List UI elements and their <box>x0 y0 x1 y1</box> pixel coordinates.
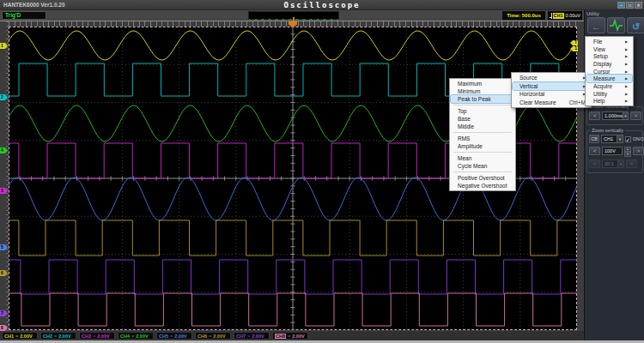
submenu-arrow-icon: ▶ <box>625 92 628 96</box>
submenu-arrow-icon: ▶ <box>625 69 628 74</box>
probe-value: 20:1 <box>603 161 617 166</box>
channel-readout-ch7[interactable]: CH7=2.00V <box>234 332 270 340</box>
volts-decrease-button[interactable]: < <box>589 147 600 155</box>
menu-item-setup[interactable]: Setup▶ <box>586 52 632 60</box>
window-controls: – □ ✕ <box>617 2 642 9</box>
timebase-increase-button[interactable]: > <box>630 111 641 120</box>
close-button[interactable]: ✕ <box>635 2 642 9</box>
submenu-arrow-icon: ▶ <box>625 47 628 51</box>
menu-item-mean[interactable]: Mean <box>451 154 514 162</box>
menu-item-display[interactable]: Display▶ <box>586 60 632 68</box>
probe-increase-button: > <box>626 159 637 168</box>
probe-decrease-button: < <box>589 159 600 168</box>
trigger-status-badge: Trig'D <box>2 11 46 20</box>
volts-increase-button[interactable]: > <box>633 147 644 155</box>
back-arrow-icon: ← <box>592 21 601 32</box>
maximize-button[interactable]: □ <box>626 2 634 9</box>
menu-item-view[interactable]: View▶ <box>586 45 632 53</box>
toolbar: Trig'D Time: 500.0us CH1 0.00uV <box>0 10 644 21</box>
channel-name: CH8 <box>275 334 286 339</box>
undo-arrow-icon: ↺ <box>632 21 640 32</box>
menu-item-top[interactable]: Top <box>451 107 514 115</box>
channel-select-combo[interactable]: CH1 ▼ <box>601 135 623 143</box>
menu-item-cursor[interactable]: Cursor▶ <box>586 68 632 75</box>
coupling-icon: = <box>15 334 18 339</box>
channel-name: CH1 <box>4 334 14 339</box>
channel-scale-value: 2.00V <box>292 334 304 339</box>
channel-name: CH5 <box>159 334 168 339</box>
back-arrow-button[interactable]: ← <box>587 17 605 33</box>
left-scale-strip <box>0 21 9 331</box>
menu-item-file[interactable]: File▶ <box>586 38 632 45</box>
trigger-readout: CH1 0.00uV <box>548 11 582 20</box>
submenu-arrow-icon: ▶ <box>625 76 628 81</box>
sidebar-toolbar: ← ↺ <box>587 17 644 33</box>
submenu-arrow-icon: ▶ <box>625 99 628 103</box>
channel-name: CH2 <box>43 334 52 339</box>
menu-item-clear-measure[interactable]: Clear MeasureCtrl+M <box>513 99 590 107</box>
submenu-arrow-icon: ▶ <box>625 84 628 88</box>
volts-value: 100V <box>603 148 622 153</box>
menu-item-middle[interactable]: Middle <box>451 123 514 130</box>
cal-button[interactable]: CB <box>589 135 599 143</box>
channel-readout-ch1[interactable]: CH1=2.00V <box>2 332 38 340</box>
menu-item-cycle-mean[interactable]: Cycle Mean <box>451 162 514 170</box>
menu-item-help[interactable]: Help▶ <box>586 98 632 105</box>
volts-spinner[interactable]: 100V <box>602 147 623 155</box>
channel-readout-ch4[interactable]: CH4=2.00V <box>118 332 154 340</box>
menu-item-vertical[interactable]: Vertical▶ <box>513 82 590 91</box>
undo-button[interactable]: ↺ <box>627 17 644 33</box>
menu-separator <box>453 172 512 172</box>
channel-readout-ch6[interactable]: CH6=2.00V <box>195 332 231 340</box>
menu-item-rms[interactable]: RMS <box>451 135 514 142</box>
app-title: Oscilloscope <box>0 1 644 9</box>
channel-scale-value: 2.00V <box>20 334 32 339</box>
menu-item-source[interactable]: Source▶ <box>513 74 590 82</box>
menu-item-utility[interactable]: Utility▶ <box>586 90 632 98</box>
menu-item-acquire[interactable]: Acquire▶ <box>586 82 632 90</box>
timebase-decrease-button[interactable]: < <box>589 111 600 120</box>
menu-separator <box>453 105 512 105</box>
timebase-combo[interactable]: 1.000ms ▼ <box>602 111 629 120</box>
coupling-icon: = <box>247 334 250 339</box>
channel-scale-value: 2.00V <box>58 334 70 339</box>
coupling-icon: = <box>288 334 290 339</box>
trigger-source-badge: CH1 <box>553 13 564 19</box>
trigger-level-readout: 0.00uV <box>566 13 580 18</box>
channel-name: CH3 <box>82 334 91 339</box>
measure-type-submenu: MaximumMinimumPeak to PeakTopBaseMiddleR… <box>449 78 516 191</box>
menu-item-base[interactable]: Base <box>451 115 514 123</box>
coupling-icon: = <box>54 334 57 339</box>
probe-combo: 20:1 ▼ <box>602 159 624 168</box>
channel-readout-ch8[interactable]: CH8=2.00V <box>272 332 308 340</box>
channel-select-value: CH1 <box>602 136 617 141</box>
waveform-preview[interactable] <box>248 11 339 20</box>
menu-item-negative-overshoot[interactable]: Negative Overshoot <box>451 182 514 190</box>
channel-scale-value: 2.00V <box>252 334 264 339</box>
menu-item-maximum[interactable]: Maximum <box>451 80 514 87</box>
minimize-button[interactable]: – <box>617 2 625 9</box>
submenu-arrow-icon: ▶ <box>625 62 628 66</box>
oscilloscope-app: HANTEK6000 Ver1.0.20 Oscilloscope – □ ✕ … <box>0 0 644 343</box>
channel-readout-ch5[interactable]: CH5=2.00V <box>156 332 192 340</box>
waveform-pulse-icon <box>608 18 624 33</box>
onoff-label: ON/OFF <box>633 136 644 141</box>
utility-dropdown-menu: File▶View▶Setup▶Display▶Cursor▶Measure▶A… <box>585 36 634 106</box>
chevron-down-icon[interactable]: ▼ <box>617 135 623 142</box>
submenu-arrow-icon: ▶ <box>625 39 628 44</box>
channel-scale-value: 2.00V <box>136 334 148 339</box>
timebase-value: 1.000ms <box>603 113 623 118</box>
autoset-button[interactable] <box>607 17 625 33</box>
menu-item-amplitude[interactable]: Amplitude <box>451 142 514 150</box>
spin-down-icon[interactable]: ▼ <box>624 152 631 157</box>
channel-onoff-checkbox[interactable]: ✓ <box>625 136 631 142</box>
chevron-down-icon[interactable]: ▼ <box>623 112 628 119</box>
menu-item-horizontal[interactable]: Horizontal▶ <box>513 90 590 99</box>
menu-item-minimum[interactable]: Minimum <box>451 87 514 95</box>
channel-readout-ch2[interactable]: CH2=2.00V <box>40 332 76 340</box>
menu-item-measure[interactable]: Measure▶ <box>586 75 632 82</box>
menu-item-peak-to-peak[interactable]: Peak to Peak <box>451 95 514 103</box>
menu-item-positive-overshoot[interactable]: Positive Overshoot <box>451 174 514 182</box>
volts-spin-buttons[interactable]: ▲▼ <box>624 147 631 155</box>
channel-readout-ch3[interactable]: CH3=2.00V <box>79 332 115 340</box>
